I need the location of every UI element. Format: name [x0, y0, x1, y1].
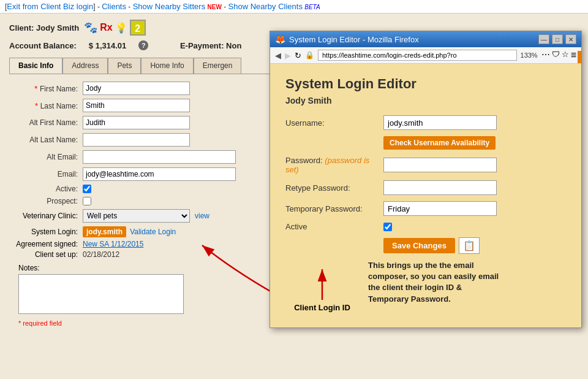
- alt-first-name-label: Alt First Name:: [9, 118, 83, 127]
- username-input[interactable]: [383, 115, 497, 130]
- prospect-label: Prospect:: [9, 197, 83, 205]
- red-arrow-svg: [285, 266, 359, 303]
- client-login-id-label: Client Login ID: [294, 303, 350, 312]
- menu-icon[interactable]: ≡: [571, 50, 576, 61]
- addr-dots-icon[interactable]: ⋯: [541, 50, 550, 61]
- vet-clinic-label: Veterinary Clinic:: [9, 212, 83, 220]
- orange-sidebar: [578, 51, 581, 63]
- temp-password-input[interactable]: [383, 201, 497, 216]
- last-name-label: * Last Name:: [9, 101, 83, 110]
- password-label: Password: (password is set): [285, 156, 383, 174]
- show-nearby-sitters-link[interactable]: Show Nearby Sitters: [133, 2, 206, 11]
- forward-icon[interactable]: ▶: [285, 51, 291, 60]
- required-star-last: *: [35, 101, 40, 110]
- back-icon[interactable]: ◀: [275, 51, 281, 60]
- save-changes-button[interactable]: Save Changes: [383, 238, 455, 253]
- show-nearby-clients-link[interactable]: Show Nearby Clients: [228, 2, 303, 11]
- email-input[interactable]: [83, 167, 236, 181]
- rx-icon: Rx: [100, 22, 112, 33]
- url-input[interactable]: [318, 50, 517, 61]
- shield-icon[interactable]: 🛡: [552, 50, 560, 61]
- account-balance-label: Account Balance:: [9, 41, 77, 50]
- modal-window: 🦊 System Login Editor - Mozilla Firefox …: [270, 31, 582, 328]
- tab-home-info[interactable]: Home Info: [141, 58, 193, 74]
- agreement-signed-label: Agreement signed:: [9, 240, 83, 248]
- system-login-label: System Login:: [9, 228, 83, 236]
- modal-editor-title: System Login Editor: [285, 76, 566, 92]
- exit-link[interactable]: Exit from Client Biz login: [7, 2, 93, 11]
- paw-icon: 🐾: [84, 21, 97, 34]
- alt-email-input[interactable]: [83, 150, 236, 164]
- check-username-row: Check Username Availability: [285, 136, 566, 150]
- username-label: Username:: [285, 118, 383, 128]
- modal-titlebar: 🦊 System Login Editor - Mozilla Firefox …: [270, 31, 581, 47]
- last-name-input[interactable]: [83, 99, 190, 112]
- retype-password-input[interactable]: [383, 180, 497, 195]
- active-checkbox[interactable]: [83, 185, 91, 193]
- vet-clinic-select[interactable]: Well pets: [83, 209, 190, 223]
- modal-active-label: Active: [285, 222, 383, 231]
- required-star-first: *: [34, 84, 40, 93]
- password-row: Password: (password is set): [285, 156, 566, 174]
- firefox-icon: 🦊: [275, 34, 285, 44]
- first-name-label: * First Name:: [9, 84, 83, 93]
- alt-last-name-label: Alt Last Name:: [9, 136, 83, 144]
- temp-password-label: Temporary Password:: [285, 204, 383, 213]
- email-label: Email:: [9, 170, 83, 178]
- client-setup-value: 02/18/2012: [83, 250, 119, 259]
- tab-pets[interactable]: Pets: [108, 58, 141, 74]
- modal-title-text: System Login Editor - Mozilla Firefox: [289, 35, 419, 44]
- minimize-button[interactable]: —: [538, 34, 549, 44]
- lightbulb-icon: 💡: [115, 22, 127, 34]
- modal-active-checkbox[interactable]: [383, 223, 392, 231]
- email-composer-annotation: This brings up the the email composer, s…: [368, 260, 503, 305]
- username-row: Username:: [285, 115, 566, 130]
- modal-titlebar-controls: — □ ✕: [538, 34, 576, 44]
- alt-first-name-input[interactable]: [83, 116, 190, 129]
- tab-address[interactable]: Address: [62, 58, 108, 74]
- client-setup-label: Client set up:: [9, 250, 83, 259]
- alt-email-label: Alt Email:: [9, 153, 83, 161]
- top-nav: [Exit from Client Biz login] - Clients -…: [0, 0, 588, 13]
- alt-last-name-input[interactable]: [83, 133, 190, 147]
- modal-active-row: Active: [285, 222, 566, 231]
- epayment-label: E-Payment: Non: [180, 41, 241, 50]
- validate-login-link[interactable]: Validate Login: [130, 228, 176, 236]
- clients-link[interactable]: Clients: [102, 2, 126, 11]
- first-name-input[interactable]: [83, 82, 190, 95]
- notes-textarea[interactable]: [18, 274, 184, 314]
- addr-icons: ⋯ 🛡 ☆ ≡: [541, 50, 576, 61]
- client-name: Client: Jody Smith: [9, 23, 79, 33]
- new-badge: NEW: [208, 4, 222, 10]
- tab-emergen[interactable]: Emergen: [194, 58, 242, 74]
- password-input[interactable]: [383, 158, 497, 172]
- client-login-annotation: Client Login ID: [285, 266, 359, 312]
- maximize-button[interactable]: □: [552, 34, 563, 44]
- tab-basic-info[interactable]: Basic Info: [9, 58, 62, 74]
- zoom-level: 133%: [521, 52, 538, 59]
- prospect-checkbox[interactable]: [83, 197, 91, 205]
- check-username-button[interactable]: Check Username Availability: [383, 136, 496, 150]
- annotation-area: Client Login ID This brings up the the e…: [285, 260, 566, 312]
- login-badge: jody.smith: [83, 226, 126, 237]
- retype-password-row: Retype Password:: [285, 180, 566, 195]
- lock-icon: 🔒: [305, 51, 314, 59]
- help-icon[interactable]: ?: [138, 40, 148, 50]
- beta-badge: BETA: [304, 4, 320, 10]
- refresh-icon[interactable]: ↻: [295, 51, 301, 60]
- agreement-signed-link[interactable]: New SA 1/12/2015: [83, 240, 143, 248]
- close-button[interactable]: ✕: [565, 34, 576, 44]
- vet-view-link[interactable]: view: [195, 212, 209, 220]
- num-badge: 2: [130, 20, 146, 36]
- star-icon[interactable]: ☆: [562, 50, 569, 61]
- modal-titlebar-left: 🦊 System Login Editor - Mozilla Firefox: [275, 34, 419, 44]
- account-balance-value: $ 1,314.01: [89, 41, 126, 50]
- modal-editor-subtitle: Jody Smith: [285, 96, 566, 105]
- email-composer-button[interactable]: 📋: [459, 237, 480, 254]
- retype-password-label: Retype Password:: [285, 183, 383, 193]
- save-changes-row: Save Changes 📋: [285, 237, 566, 254]
- client-icons: 🐾 Rx 💡 2: [84, 20, 145, 36]
- modal-body: System Login Editor Jody Smith Username:…: [270, 64, 581, 327]
- active-label: Active:: [9, 185, 83, 193]
- temp-password-row: Temporary Password:: [285, 201, 566, 216]
